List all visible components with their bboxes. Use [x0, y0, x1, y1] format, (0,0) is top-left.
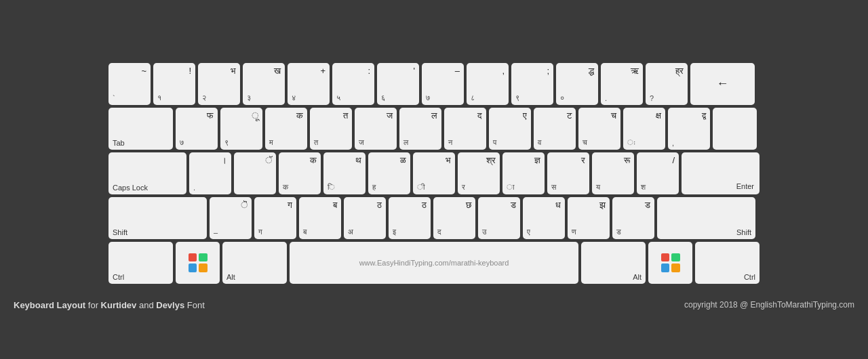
key-0[interactable]: द्ध ० — [556, 63, 598, 105]
key-space[interactable]: www.EasyHindiTyping.com/marathi-keyboard — [290, 242, 578, 284]
windows-icon-right — [661, 253, 680, 272]
keyboard-row-3: Caps Lock । . ॅ क क थ ि ळ ह भ ी श्र र — [108, 152, 760, 194]
windows-icon-left — [189, 253, 208, 272]
key-tab[interactable]: Tab — [108, 108, 173, 150]
key-2[interactable]: भ २ — [198, 63, 240, 105]
key-semicolon[interactable]: रू य — [592, 152, 634, 194]
key-3[interactable]: ख ३ — [243, 63, 285, 105]
key-s[interactable]: ॅ — [234, 152, 276, 194]
key-capslock[interactable]: Caps Lock — [108, 152, 186, 194]
key-shift-left[interactable]: Shift — [108, 197, 207, 239]
key-alt-right[interactable]: Alt — [581, 242, 646, 284]
key-l[interactable]: र स — [547, 152, 589, 194]
keyboard-row-4: Shift ॆ – ग ग ब ब ठ अ ठ इ छ द ड उ — [108, 197, 760, 239]
key-c[interactable]: ब ब — [299, 197, 341, 239]
key-v[interactable]: ठ अ — [344, 197, 386, 239]
key-ctrl-left[interactable]: Ctrl — [108, 242, 173, 284]
key-w[interactable]: ू ९ — [220, 108, 262, 150]
footer-left-text: Keyboard Layout for Kurtidev and Devlys … — [14, 300, 205, 310]
key-backspace[interactable]: ← — [690, 63, 755, 105]
key-f[interactable]: थ ि — [323, 152, 366, 194]
key-lbracket[interactable]: क्ष ः — [623, 108, 665, 150]
key-z[interactable]: ॆ – — [210, 197, 252, 239]
key-n[interactable]: छ द — [433, 197, 475, 239]
key-a[interactable]: । . — [189, 152, 231, 194]
key-t[interactable]: ज ज — [355, 108, 397, 150]
key-i[interactable]: ए प — [489, 108, 531, 150]
key-u[interactable]: द न — [444, 108, 486, 150]
key-comma[interactable]: ध ए — [523, 197, 565, 239]
key-7[interactable]: – ७ — [422, 63, 464, 105]
key-j[interactable]: श्र र — [458, 152, 500, 194]
key-minus[interactable]: ऋ . — [601, 63, 643, 105]
key-h[interactable]: भ ी — [413, 152, 455, 194]
key-enter[interactable]: Enter — [682, 152, 760, 194]
key-o[interactable]: ट व — [534, 108, 576, 150]
key-8[interactable]: , ८ — [467, 63, 509, 105]
key-ctrl-right[interactable]: Ctrl — [695, 242, 760, 284]
key-win-right[interactable] — [648, 242, 692, 284]
key-k[interactable]: ज्ञ ा — [502, 152, 545, 194]
keyboard: ~ ` ! १ भ २ ख ३ + ४ : ५ ' ६ – ७ — [95, 49, 773, 297]
key-slash[interactable]: ड ड — [612, 197, 654, 239]
key-d[interactable]: क क — [279, 152, 321, 194]
key-x[interactable]: ग ग — [254, 197, 296, 239]
key-period[interactable]: झ ण — [568, 197, 610, 239]
footer: Keyboard Layout for Kurtidev and Devlys … — [0, 300, 868, 310]
key-alt-left[interactable]: Alt — [222, 242, 287, 284]
key-q[interactable]: फ ७ — [176, 108, 218, 150]
keyboard-row-5: Ctrl Alt www.EasyHindiTyping.com/marathi… — [108, 242, 760, 284]
key-b[interactable]: ठ इ — [389, 197, 431, 239]
keyboard-row-1: ~ ` ! १ भ २ ख ३ + ४ : ५ ' ६ – ७ — [108, 63, 760, 105]
key-4[interactable]: + ४ — [288, 63, 330, 105]
key-win-left[interactable] — [176, 242, 220, 284]
key-shift-right[interactable]: Shift — [657, 197, 755, 239]
key-p[interactable]: च च — [578, 108, 620, 150]
key-y[interactable]: ल ल — [399, 108, 441, 150]
key-backtick[interactable]: ~ ` — [108, 63, 151, 105]
key-m[interactable]: ड उ — [478, 197, 520, 239]
key-5[interactable]: : ५ — [332, 63, 374, 105]
key-rbracket[interactable]: द्व , — [668, 108, 710, 150]
key-r[interactable]: त त — [310, 108, 352, 150]
key-quote[interactable]: / श — [637, 152, 679, 194]
key-6[interactable]: ' ६ — [377, 63, 419, 105]
keyboard-row-2: Tab फ ७ ू ९ क म त त ज ज ल ल द न — [108, 108, 760, 150]
footer-right-text: copyright 2018 @ EnglishToMarathiTyping.… — [684, 300, 854, 310]
key-equals[interactable]: ह्र ? — [646, 63, 688, 105]
key-9[interactable]: ; ९ — [511, 63, 553, 105]
key-g[interactable]: ळ ह — [368, 152, 410, 194]
key-1[interactable]: ! १ — [153, 63, 195, 105]
key-backslash[interactable] — [713, 108, 757, 150]
key-e[interactable]: क म — [265, 108, 307, 150]
